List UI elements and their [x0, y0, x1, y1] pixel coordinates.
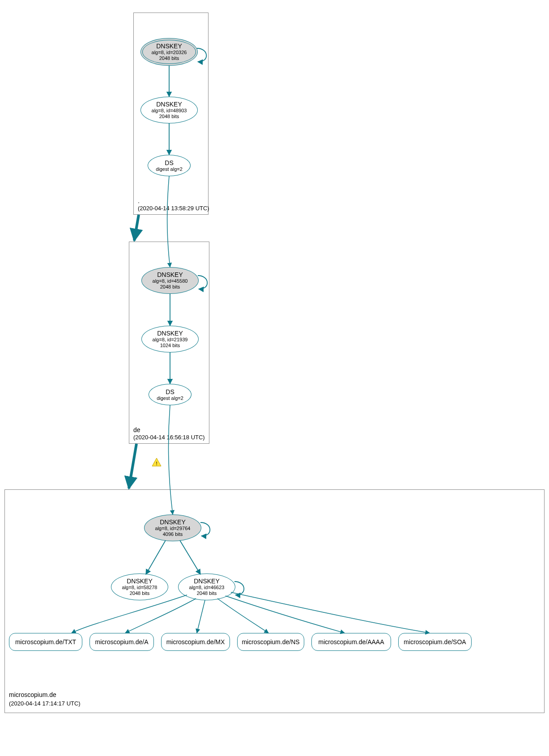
node-root-ds: DS digest alg=2 — [148, 155, 191, 176]
zone-label-root: . — [138, 197, 140, 204]
node-sub: 4096 bits — [163, 531, 183, 537]
node-title: DNSKEY — [160, 518, 186, 526]
rrset-soa: microscopium.de/SOA — [398, 633, 472, 651]
warning-icon: ! — [152, 458, 161, 466]
node-title: DS — [165, 159, 173, 166]
node-sub: alg=8, id=45580 — [153, 278, 188, 284]
rrset-label: microscopium.de/A — [95, 638, 148, 646]
node-sub: alg=8, id=48903 — [152, 108, 187, 114]
zone-label-domain: microscopium.de — [9, 691, 56, 698]
node-sub: alg=8, id=29764 — [155, 526, 191, 531]
node-domain-zsk1: DNSKEY alg=8, id=58278 2048 bits — [111, 573, 168, 600]
node-title: DNSKEY — [157, 330, 183, 337]
rrset-label: microscopium.de/SOA — [404, 638, 466, 646]
rrset-label: microscopium.de/TXT — [15, 638, 76, 646]
node-title: DS — [166, 388, 174, 395]
zone-ts-root: (2020-04-14 13:58:29 UTC) — [138, 205, 209, 212]
node-sub: 1024 bits — [160, 343, 180, 348]
node-sub: 2048 bits — [160, 284, 180, 290]
node-title: DNSKEY — [194, 578, 220, 585]
node-domain-zsk2: DNSKEY alg=8, id=46623 2048 bits — [178, 573, 235, 600]
rrset-a: microscopium.de/A — [89, 633, 154, 651]
node-sub: alg=8, id=58278 — [122, 585, 157, 590]
node-sub: alg=8, id=20326 — [152, 50, 187, 55]
node-de-zsk: DNSKEY alg=8, id=21939 1024 bits — [141, 326, 199, 353]
node-title: DNSKEY — [157, 271, 183, 278]
node-root-zsk: DNSKEY alg=8, id=48903 2048 bits — [140, 97, 198, 123]
node-sub: 2048 bits — [197, 590, 217, 596]
node-sub: alg=8, id=46623 — [189, 585, 225, 590]
node-sub: alg=8, id=21939 — [153, 337, 188, 343]
rrset-label: microscopium.de/NS — [242, 638, 299, 646]
zone-box-domain — [4, 489, 545, 713]
zone-label-de: de — [133, 426, 140, 433]
node-sub: digest alg=2 — [156, 166, 183, 172]
node-title: DNSKEY — [156, 42, 182, 50]
zone-ts-de: (2020-04-14 16:56:18 UTC) — [133, 434, 205, 441]
node-domain-ksk: DNSKEY alg=8, id=29764 4096 bits — [144, 514, 201, 541]
rrset-aaaa: microscopium.de/AAAA — [311, 633, 391, 651]
zone-ts-domain: (2020-04-14 17:14:17 UTC) — [9, 700, 81, 707]
rrset-mx: microscopium.de/MX — [161, 633, 230, 651]
svg-text:!: ! — [156, 461, 157, 466]
rrset-label: microscopium.de/MX — [166, 638, 225, 646]
node-root-ksk: DNSKEY alg=8, id=20326 2048 bits — [140, 38, 198, 66]
node-sub: 2048 bits — [159, 114, 179, 119]
node-sub: 2048 bits — [159, 55, 179, 61]
node-sub: digest alg=2 — [157, 395, 183, 401]
rrset-ns: microscopium.de/NS — [237, 633, 304, 651]
rrset-txt: microscopium.de/TXT — [9, 633, 82, 651]
node-de-ksk: DNSKEY alg=8, id=45580 2048 bits — [141, 267, 199, 294]
node-sub: 2048 bits — [130, 590, 150, 596]
rrset-label: microscopium.de/AAAA — [318, 638, 384, 646]
node-de-ds: DS digest alg=2 — [149, 384, 192, 405]
node-title: DNSKEY — [127, 578, 153, 585]
node-title: DNSKEY — [156, 101, 182, 108]
